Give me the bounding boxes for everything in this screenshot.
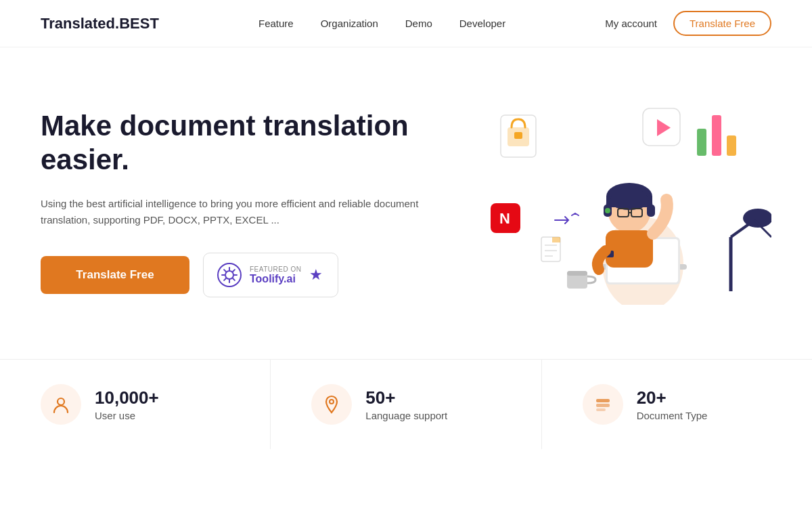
svg-rect-4	[514, 132, 522, 139]
stat-documents: 20+ Document Type	[542, 360, 812, 449]
hero-illustration-svg: N	[487, 102, 771, 305]
stat-languages: 50+ Language support	[271, 360, 541, 449]
svg-point-24	[605, 208, 610, 213]
toolify-star-icon: ★	[309, 266, 323, 284]
stat-users: 10,000+ User use	[0, 360, 271, 449]
hero-left: Make document translation easier. Using …	[41, 109, 420, 298]
stat-languages-number: 50+	[365, 387, 447, 408]
svg-marker-37	[552, 237, 560, 242]
toolify-featured-label: FEATURED ON	[250, 266, 301, 273]
svg-rect-18	[606, 195, 652, 207]
stat-languages-label: Language support	[365, 410, 447, 421]
svg-rect-40	[596, 399, 610, 402]
svg-text:N: N	[499, 210, 510, 227]
nav-link-developer[interactable]: Developer	[459, 18, 505, 29]
svg-rect-42	[596, 408, 606, 411]
hero-description: Using the best artificial intelligence t…	[41, 196, 420, 228]
svg-rect-8	[712, 115, 721, 156]
nav-link-feature[interactable]: Feature	[258, 18, 294, 29]
user-icon-wrap	[41, 384, 81, 425]
svg-rect-32	[567, 271, 587, 276]
hero-buttons: Translate Free FEATURED ON Toolify.ai ★	[41, 253, 420, 297]
document-icon-wrap	[583, 384, 623, 425]
svg-rect-41	[596, 404, 610, 407]
toolify-text: FEATURED ON Toolify.ai	[250, 266, 301, 285]
user-icon	[51, 395, 70, 414]
navbar: Translated.BEST Feature Organization Dem…	[0, 0, 812, 47]
hero-illustration: N	[487, 102, 771, 305]
stats-section: 10,000+ User use 50+ Language support 20…	[0, 359, 812, 449]
nav-logo[interactable]: Translated.BEST	[41, 15, 159, 33]
stat-documents-info: 20+ Document Type	[637, 387, 708, 421]
svg-rect-9	[727, 135, 736, 156]
document-icon	[593, 395, 612, 414]
nav-translate-free-button[interactable]: Translate Free	[673, 11, 771, 36]
toolify-badge[interactable]: FEATURED ON Toolify.ai ★	[203, 253, 338, 297]
nav-right: My account Translate Free	[605, 11, 771, 36]
hero-title: Make document translation easier.	[41, 109, 420, 177]
stat-languages-info: 50+ Language support	[365, 387, 447, 421]
location-icon-wrap	[311, 384, 352, 425]
location-icon	[322, 395, 341, 414]
svg-point-38	[58, 398, 64, 405]
svg-rect-25	[606, 230, 653, 268]
nav-link-demo[interactable]: Demo	[405, 18, 432, 29]
svg-point-39	[330, 400, 334, 404]
svg-rect-7	[697, 129, 706, 156]
stat-users-info: 10,000+ User use	[95, 387, 159, 421]
nav-link-organization[interactable]: Organization	[321, 18, 378, 29]
stat-users-label: User use	[95, 410, 159, 421]
toolify-name: Toolify.ai	[250, 273, 301, 285]
svg-point-1	[225, 271, 233, 279]
svg-rect-23	[647, 205, 655, 217]
nav-links: Feature Organization Demo Developer	[258, 18, 505, 29]
stat-users-number: 10,000+	[95, 387, 159, 408]
hero-translate-free-button[interactable]: Translate Free	[41, 256, 189, 294]
hero-section: Make document translation easier. Using …	[0, 47, 812, 345]
stat-documents-number: 20+	[637, 387, 708, 408]
my-account-link[interactable]: My account	[605, 18, 657, 29]
toolify-gear-icon	[217, 263, 242, 287]
stat-documents-label: Document Type	[637, 410, 708, 421]
svg-point-29	[743, 209, 771, 228]
